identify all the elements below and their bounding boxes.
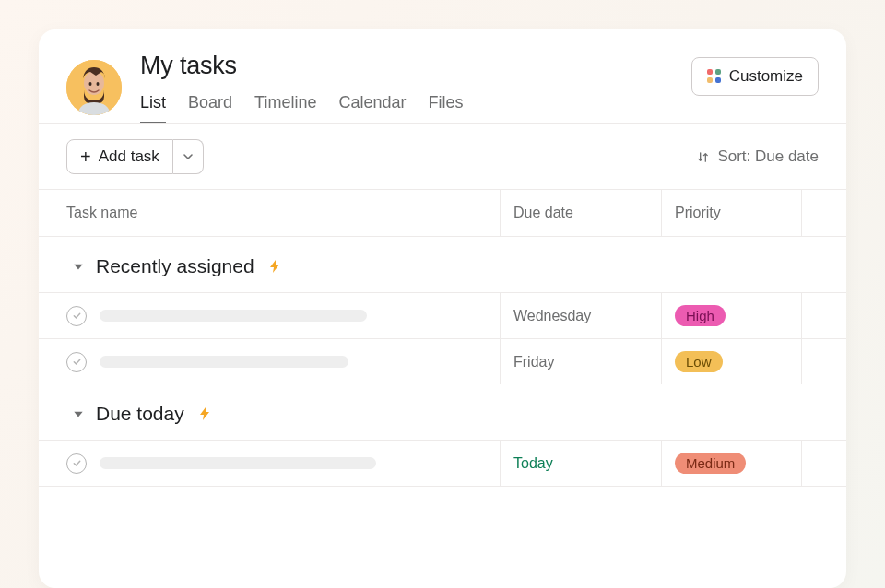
task-name-placeholder bbox=[100, 356, 348, 368]
section-header[interactable]: Recently assigned bbox=[39, 237, 846, 292]
task-name-placeholder bbox=[100, 310, 367, 322]
tab-list[interactable]: List bbox=[140, 93, 166, 123]
tab-files[interactable]: Files bbox=[428, 93, 463, 123]
priority-cell[interactable]: Medium bbox=[662, 441, 802, 486]
table-header: Task name Due date Priority bbox=[39, 189, 846, 237]
sort-icon bbox=[696, 150, 710, 164]
priority-cell[interactable]: High bbox=[662, 293, 802, 338]
due-date-text: Wednesday bbox=[513, 308, 591, 324]
sort-control[interactable]: Sort: Due date bbox=[696, 147, 819, 166]
header: My tasks ListBoardTimelineCalendarFiles … bbox=[39, 29, 846, 123]
customize-button[interactable]: Customize bbox=[691, 57, 819, 96]
section-header[interactable]: Due today bbox=[39, 384, 846, 440]
due-date-cell[interactable]: Today bbox=[501, 441, 662, 486]
customize-label: Customize bbox=[729, 67, 803, 86]
avatar[interactable] bbox=[66, 60, 122, 115]
bolt-icon bbox=[267, 259, 282, 274]
due-date-text: Today bbox=[513, 455, 553, 472]
caret-down-icon bbox=[72, 407, 85, 420]
priority-pill: Low bbox=[675, 351, 723, 372]
task-row[interactable]: Wednesday High bbox=[39, 292, 846, 338]
task-table: Task name Due date Priority Recently ass… bbox=[39, 189, 846, 487]
app-window: My tasks ListBoardTimelineCalendarFiles … bbox=[39, 29, 846, 588]
svg-point-2 bbox=[89, 82, 92, 86]
col-header-name[interactable]: Task name bbox=[39, 190, 501, 236]
header-left: My tasks ListBoardTimelineCalendarFiles bbox=[66, 52, 463, 123]
col-header-due[interactable]: Due date bbox=[501, 190, 662, 236]
task-name-cell[interactable] bbox=[39, 339, 501, 384]
grid-icon bbox=[707, 69, 722, 84]
add-task-dropdown[interactable] bbox=[173, 139, 204, 174]
due-date-text: Friday bbox=[513, 354, 554, 370]
title-tabs: My tasks ListBoardTimelineCalendarFiles bbox=[140, 52, 463, 123]
task-row[interactable]: Today Medium bbox=[39, 440, 846, 487]
chevron-down-icon bbox=[183, 151, 194, 162]
priority-pill: Medium bbox=[675, 453, 746, 474]
complete-checkbox[interactable] bbox=[66, 306, 87, 326]
task-row[interactable]: Friday Low bbox=[39, 338, 846, 384]
task-name-cell[interactable] bbox=[39, 293, 501, 338]
tab-board[interactable]: Board bbox=[188, 93, 232, 123]
priority-pill: High bbox=[675, 305, 726, 326]
plus-icon: + bbox=[80, 147, 91, 166]
row-end-cell bbox=[802, 293, 846, 338]
row-end-cell bbox=[802, 339, 846, 384]
tabs: ListBoardTimelineCalendarFiles bbox=[140, 93, 463, 123]
row-end-cell bbox=[802, 441, 846, 486]
section-title: Recently assigned bbox=[96, 255, 254, 277]
col-header-end bbox=[802, 190, 846, 236]
complete-checkbox[interactable] bbox=[66, 352, 87, 372]
add-task-label: Add task bbox=[99, 147, 159, 166]
task-name-placeholder bbox=[100, 457, 376, 469]
page-title: My tasks bbox=[140, 52, 463, 80]
due-date-cell[interactable]: Wednesday bbox=[501, 293, 662, 338]
task-name-cell[interactable] bbox=[39, 441, 501, 486]
tab-calendar[interactable]: Calendar bbox=[338, 93, 406, 123]
bolt-icon bbox=[197, 406, 212, 421]
toolbar: + Add task Sort: Due date bbox=[39, 124, 846, 189]
section-title: Due today bbox=[96, 403, 184, 425]
caret-down-icon bbox=[72, 260, 85, 273]
complete-checkbox[interactable] bbox=[66, 453, 87, 474]
sort-label: Sort: Due date bbox=[717, 147, 819, 166]
priority-cell[interactable]: Low bbox=[662, 339, 802, 384]
add-task-button[interactable]: + Add task bbox=[66, 139, 173, 174]
due-date-cell[interactable]: Friday bbox=[501, 339, 662, 384]
col-header-priority[interactable]: Priority bbox=[662, 190, 802, 236]
add-task-group: + Add task bbox=[66, 139, 204, 174]
svg-point-3 bbox=[97, 82, 100, 86]
tab-timeline[interactable]: Timeline bbox=[254, 93, 316, 123]
svg-point-1 bbox=[84, 71, 104, 95]
